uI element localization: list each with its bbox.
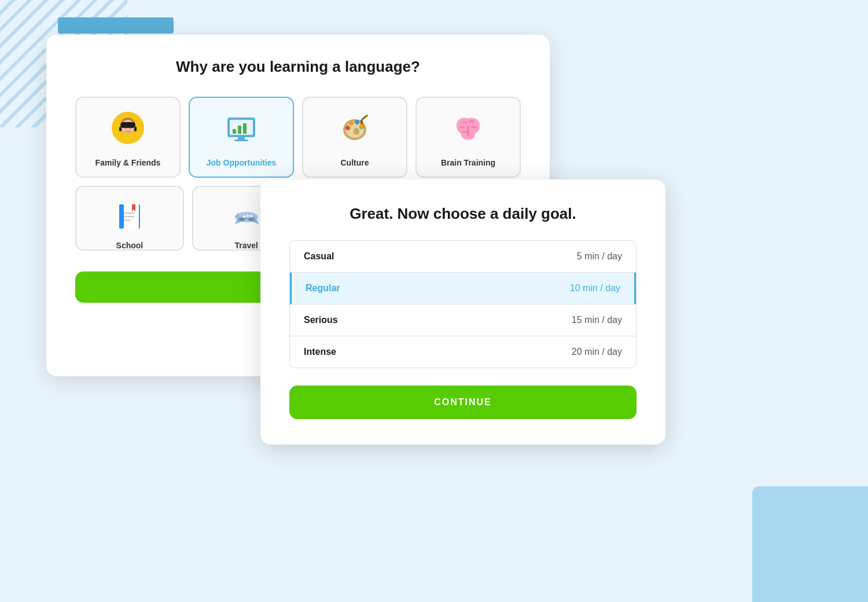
- svg-rect-30: [124, 216, 134, 218]
- svg-point-6: [124, 126, 127, 129]
- svg-rect-11: [234, 140, 248, 141]
- svg-rect-5: [134, 127, 137, 131]
- culture-label: Culture: [341, 158, 369, 167]
- svg-rect-4: [119, 127, 122, 131]
- svg-point-36: [239, 218, 245, 221]
- svg-point-18: [349, 121, 354, 126]
- why-learning-title: Why are you learning a language?: [75, 58, 521, 76]
- job-opportunities-icon: [224, 111, 259, 150]
- job-opportunities-label: Job Opportunities: [207, 158, 277, 167]
- goal-casual[interactable]: Casual 5 min / day: [290, 241, 636, 273]
- svg-point-40: [250, 215, 252, 217]
- option-school[interactable]: School: [75, 186, 184, 251]
- svg-point-37: [248, 218, 254, 221]
- svg-rect-13: [238, 126, 241, 134]
- school-label: School: [116, 241, 144, 250]
- daily-goal-card: Great. Now choose a daily goal. Casual 5…: [260, 179, 665, 445]
- goal-options-list: Casual 5 min / day Regular 10 min / day …: [289, 240, 637, 368]
- goal-serious-name: Serious: [304, 315, 338, 325]
- option-job-opportunities[interactable]: Job Opportunities: [189, 97, 294, 178]
- svg-line-22: [362, 115, 367, 120]
- goal-casual-name: Casual: [304, 251, 334, 262]
- svg-point-39: [247, 215, 249, 217]
- svg-rect-31: [124, 219, 131, 221]
- svg-point-21: [354, 128, 359, 135]
- blue-bar-decoration: [58, 17, 174, 34]
- family-friends-icon: [111, 111, 145, 150]
- family-friends-label: Family & Friends: [95, 158, 161, 167]
- option-family-friends[interactable]: Family & Friends: [75, 97, 181, 178]
- svg-rect-29: [124, 212, 134, 214]
- svg-rect-27: [119, 204, 124, 229]
- culture-icon: [337, 111, 372, 150]
- svg-point-38: [243, 215, 245, 218]
- svg-rect-10: [238, 136, 245, 140]
- option-culture[interactable]: Culture: [302, 97, 407, 178]
- goal-intense[interactable]: Intense 20 min / day: [290, 336, 636, 368]
- travel-label: Travel: [235, 241, 258, 250]
- svg-point-19: [355, 120, 359, 124]
- svg-point-17: [345, 126, 350, 130]
- daily-goal-title: Great. Now choose a daily goal.: [289, 205, 637, 223]
- goal-regular[interactable]: Regular 10 min / day: [290, 273, 636, 304]
- goal-intense-name: Intense: [304, 347, 336, 357]
- svg-point-7: [129, 126, 131, 129]
- goal-serious[interactable]: Serious 15 min / day: [290, 304, 636, 336]
- svg-rect-3: [120, 122, 135, 128]
- option-brain-training[interactable]: Brain Training: [415, 97, 521, 178]
- stripe-decoration-br: [752, 486, 868, 602]
- goal-intense-time: 20 min / day: [572, 347, 622, 357]
- svg-rect-12: [233, 129, 236, 134]
- school-icon: [113, 200, 146, 236]
- svg-rect-14: [243, 123, 247, 134]
- goal-continue-button[interactable]: CONTINUE: [289, 386, 637, 419]
- options-grid-row1: Family & Friends Job Opportunities: [75, 97, 521, 178]
- brain-training-icon: [451, 111, 486, 150]
- brain-training-label: Brain Training: [441, 158, 495, 167]
- goal-regular-name: Regular: [306, 283, 340, 293]
- svg-point-24: [360, 124, 363, 129]
- goal-regular-time: 10 min / day: [570, 283, 620, 293]
- goal-serious-time: 15 min / day: [572, 315, 622, 325]
- travel-icon: [230, 200, 263, 236]
- goal-casual-time: 5 min / day: [577, 251, 622, 262]
